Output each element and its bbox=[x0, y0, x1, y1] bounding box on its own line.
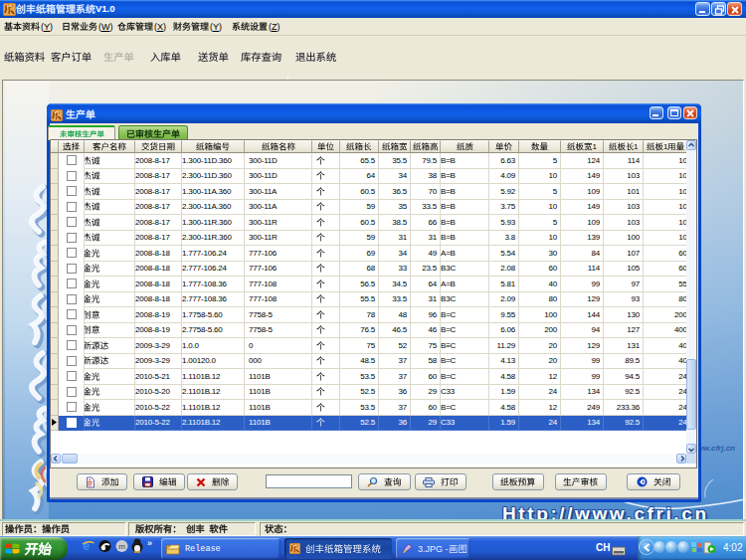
svg-text:m: m bbox=[118, 542, 125, 551]
